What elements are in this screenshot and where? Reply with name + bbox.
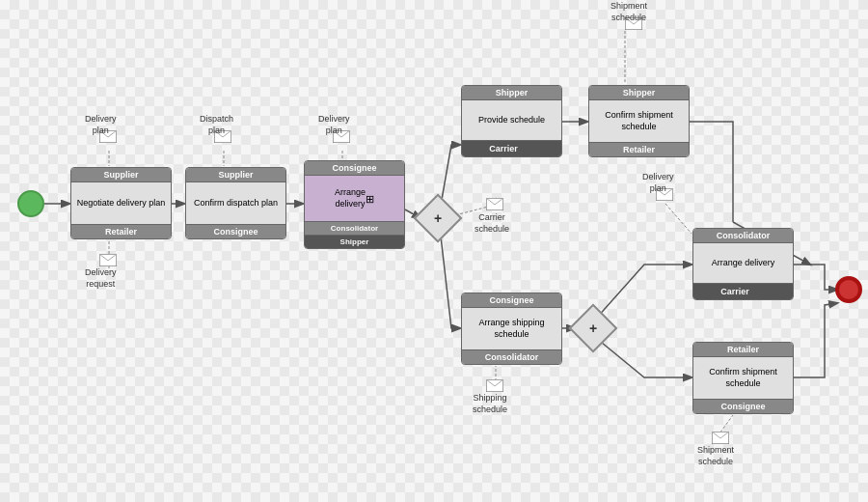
message-shipping-schedule bbox=[486, 379, 503, 394]
task-header: Supplier bbox=[71, 168, 171, 182]
end-event bbox=[835, 276, 862, 303]
gateway-label: + bbox=[589, 321, 597, 336]
task-header: Consolidator bbox=[693, 229, 793, 243]
task-provide-schedule[interactable]: Shipper Provide schedule Carrier bbox=[461, 85, 562, 157]
message-label-6: Deliveryplan bbox=[642, 172, 674, 194]
task-footer: Carrier bbox=[693, 283, 793, 299]
task-body: Confirm shipment schedule bbox=[693, 357, 793, 399]
message-carrier-schedule bbox=[486, 198, 503, 212]
task-header: Retailer bbox=[693, 343, 793, 357]
message-label-3: Deliveryplan bbox=[318, 114, 350, 136]
task-confirm-shipment-schedule-retailer[interactable]: Retailer Confirm shipment schedule Consi… bbox=[692, 342, 794, 414]
task-footer-consolidator: Consolidator bbox=[305, 221, 404, 235]
task-body: Arrangedelivery ⊞ bbox=[305, 176, 404, 221]
message-delivery-request bbox=[99, 254, 117, 268]
task-footer: Retailer bbox=[589, 142, 689, 156]
task-footer: Retailer bbox=[71, 224, 171, 238]
gateway-label: + bbox=[434, 210, 442, 226]
task-footer: Carrier bbox=[462, 140, 561, 156]
gateway-parallel-1: + bbox=[414, 194, 463, 243]
message-label-8: Shippingschedule bbox=[473, 393, 507, 415]
message-label-5: Carrierschedule bbox=[475, 212, 509, 235]
task-footer: Consolidator bbox=[462, 349, 561, 364]
task-negotiate-delivery-plan[interactable]: Supplier Negotiate delivery plan Retaile… bbox=[70, 167, 172, 239]
task-confirm-shipment-schedule-shipper[interactable]: Shipper Confirm shipment schedule Retail… bbox=[588, 85, 690, 157]
message-label-2: Dispatchplan bbox=[200, 114, 233, 136]
task-header: Consignee bbox=[305, 161, 404, 176]
start-event bbox=[17, 190, 44, 217]
task-footer-shipper: Shipper bbox=[305, 235, 404, 248]
task-body: Arrange delivery bbox=[693, 243, 793, 283]
task-body: Confirm dispatch plan bbox=[186, 182, 285, 224]
task-footer: Consignee bbox=[186, 224, 285, 238]
task-body: Confirm shipment schedule bbox=[589, 100, 689, 142]
task-header: Shipper bbox=[462, 86, 561, 100]
task-body: Arrange shipping schedule bbox=[462, 308, 561, 349]
message-label-1: Deliveryplan bbox=[85, 114, 117, 136]
task-confirm-dispatch-plan[interactable]: Supplier Confirm dispatch plan Consignee bbox=[185, 167, 286, 239]
task-body: Provide schedule bbox=[462, 100, 561, 140]
task-arrange-shipping-schedule[interactable]: Consignee Arrange shipping schedule Cons… bbox=[461, 293, 562, 365]
task-header: Consignee bbox=[462, 293, 561, 308]
message-label-4: Shipmentschedule bbox=[610, 1, 647, 23]
task-header: Shipper bbox=[589, 86, 689, 100]
gateway-parallel-2: + bbox=[569, 304, 618, 353]
message-label-9: Shipmentschedule bbox=[697, 445, 734, 467]
task-arrange-delivery-consolidator[interactable]: Consolidator Arrange delivery Carrier bbox=[692, 228, 794, 300]
svg-line-11 bbox=[665, 204, 692, 234]
carrier-bars bbox=[522, 143, 534, 154]
task-body: Negotiate delivery plan bbox=[71, 182, 171, 224]
task-footer: Consignee bbox=[693, 399, 793, 413]
task-header: Supplier bbox=[186, 168, 285, 182]
message-label-7: Deliveryrequest bbox=[85, 267, 117, 290]
task-arrange-delivery-sub[interactable]: Consignee Arrangedelivery ⊞ Consolidator… bbox=[304, 160, 405, 249]
carrier-bars bbox=[753, 286, 766, 297]
message-shipment-schedule-2 bbox=[712, 432, 729, 446]
